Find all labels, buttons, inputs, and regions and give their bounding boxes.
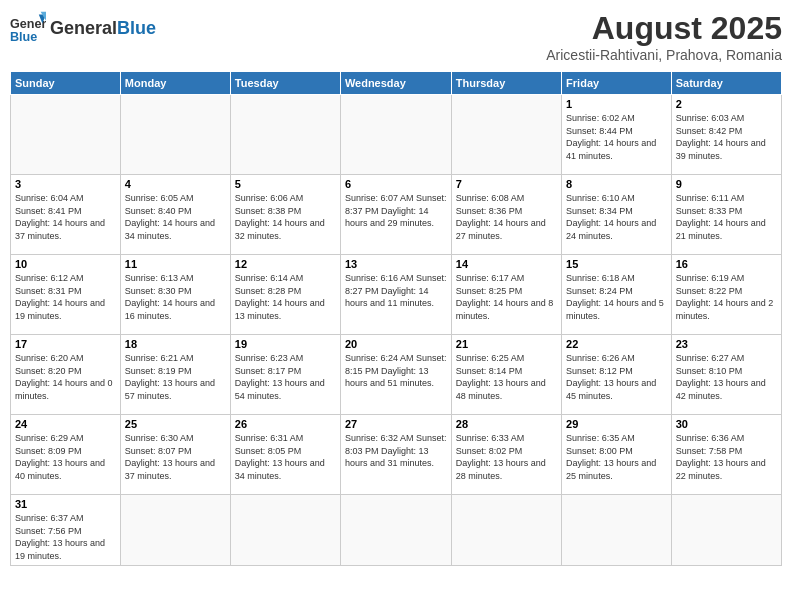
day-number: 12 (235, 258, 336, 270)
calendar-day-cell: 11Sunrise: 6:13 AM Sunset: 8:30 PM Dayli… (120, 255, 230, 335)
calendar-day-cell: 30Sunrise: 6:36 AM Sunset: 7:58 PM Dayli… (671, 415, 781, 495)
day-info: Sunrise: 6:12 AM Sunset: 8:31 PM Dayligh… (15, 272, 116, 322)
calendar-day-cell: 25Sunrise: 6:30 AM Sunset: 8:07 PM Dayli… (120, 415, 230, 495)
day-number: 28 (456, 418, 557, 430)
day-info: Sunrise: 6:14 AM Sunset: 8:28 PM Dayligh… (235, 272, 336, 322)
day-number: 15 (566, 258, 667, 270)
calendar-week-row: 10Sunrise: 6:12 AM Sunset: 8:31 PM Dayli… (11, 255, 782, 335)
day-info: Sunrise: 6:13 AM Sunset: 8:30 PM Dayligh… (125, 272, 226, 322)
calendar-day-cell: 26Sunrise: 6:31 AM Sunset: 8:05 PM Dayli… (230, 415, 340, 495)
day-info: Sunrise: 6:36 AM Sunset: 7:58 PM Dayligh… (676, 432, 777, 482)
day-number: 26 (235, 418, 336, 430)
calendar-day-cell: 15Sunrise: 6:18 AM Sunset: 8:24 PM Dayli… (562, 255, 672, 335)
day-number: 14 (456, 258, 557, 270)
logo: General Blue General Blue (10, 10, 156, 46)
day-number: 29 (566, 418, 667, 430)
day-of-week-header: Tuesday (230, 72, 340, 95)
day-of-week-header: Sunday (11, 72, 121, 95)
calendar-day-cell (451, 95, 561, 175)
day-number: 5 (235, 178, 336, 190)
calendar-day-cell: 29Sunrise: 6:35 AM Sunset: 8:00 PM Dayli… (562, 415, 672, 495)
calendar-week-row: 31Sunrise: 6:37 AM Sunset: 7:56 PM Dayli… (11, 495, 782, 566)
calendar-day-cell: 6Sunrise: 6:07 AM Sunset: 8:37 PM Daylig… (340, 175, 451, 255)
calendar-day-cell: 24Sunrise: 6:29 AM Sunset: 8:09 PM Dayli… (11, 415, 121, 495)
calendar-header-row: SundayMondayTuesdayWednesdayThursdayFrid… (11, 72, 782, 95)
calendar-day-cell (340, 95, 451, 175)
calendar-week-row: 1Sunrise: 6:02 AM Sunset: 8:44 PM Daylig… (11, 95, 782, 175)
calendar-day-cell: 31Sunrise: 6:37 AM Sunset: 7:56 PM Dayli… (11, 495, 121, 566)
calendar-week-row: 17Sunrise: 6:20 AM Sunset: 8:20 PM Dayli… (11, 335, 782, 415)
calendar-day-cell (230, 95, 340, 175)
day-number: 31 (15, 498, 116, 510)
day-info: Sunrise: 6:20 AM Sunset: 8:20 PM Dayligh… (15, 352, 116, 402)
calendar-table: SundayMondayTuesdayWednesdayThursdayFrid… (10, 71, 782, 566)
day-info: Sunrise: 6:06 AM Sunset: 8:38 PM Dayligh… (235, 192, 336, 242)
calendar-day-cell: 8Sunrise: 6:10 AM Sunset: 8:34 PM Daylig… (562, 175, 672, 255)
calendar-day-cell (11, 95, 121, 175)
svg-text:Blue: Blue (10, 30, 37, 44)
calendar-day-cell: 19Sunrise: 6:23 AM Sunset: 8:17 PM Dayli… (230, 335, 340, 415)
calendar-day-cell: 7Sunrise: 6:08 AM Sunset: 8:36 PM Daylig… (451, 175, 561, 255)
day-number: 13 (345, 258, 447, 270)
day-number: 23 (676, 338, 777, 350)
day-info: Sunrise: 6:07 AM Sunset: 8:37 PM Dayligh… (345, 192, 447, 230)
calendar-day-cell: 13Sunrise: 6:16 AM Sunset: 8:27 PM Dayli… (340, 255, 451, 335)
day-number: 27 (345, 418, 447, 430)
day-number: 17 (15, 338, 116, 350)
day-number: 19 (235, 338, 336, 350)
calendar-day-cell: 14Sunrise: 6:17 AM Sunset: 8:25 PM Dayli… (451, 255, 561, 335)
location-title: Aricestii-Rahtivani, Prahova, Romania (546, 47, 782, 63)
logo-icon: General Blue (10, 10, 46, 46)
title-area: August 2025 Aricestii-Rahtivani, Prahova… (546, 10, 782, 63)
day-number: 8 (566, 178, 667, 190)
day-info: Sunrise: 6:37 AM Sunset: 7:56 PM Dayligh… (15, 512, 116, 562)
calendar-day-cell (120, 495, 230, 566)
day-info: Sunrise: 6:11 AM Sunset: 8:33 PM Dayligh… (676, 192, 777, 242)
day-info: Sunrise: 6:31 AM Sunset: 8:05 PM Dayligh… (235, 432, 336, 482)
day-number: 24 (15, 418, 116, 430)
day-number: 21 (456, 338, 557, 350)
day-number: 22 (566, 338, 667, 350)
calendar-day-cell: 27Sunrise: 6:32 AM Sunset: 8:03 PM Dayli… (340, 415, 451, 495)
day-number: 3 (15, 178, 116, 190)
day-number: 1 (566, 98, 667, 110)
logo-blue-text: Blue (117, 18, 156, 39)
calendar-day-cell (451, 495, 561, 566)
day-info: Sunrise: 6:02 AM Sunset: 8:44 PM Dayligh… (566, 112, 667, 162)
day-info: Sunrise: 6:24 AM Sunset: 8:15 PM Dayligh… (345, 352, 447, 390)
day-info: Sunrise: 6:23 AM Sunset: 8:17 PM Dayligh… (235, 352, 336, 402)
day-info: Sunrise: 6:35 AM Sunset: 8:00 PM Dayligh… (566, 432, 667, 482)
calendar-day-cell: 9Sunrise: 6:11 AM Sunset: 8:33 PM Daylig… (671, 175, 781, 255)
day-info: Sunrise: 6:27 AM Sunset: 8:10 PM Dayligh… (676, 352, 777, 402)
calendar-day-cell: 28Sunrise: 6:33 AM Sunset: 8:02 PM Dayli… (451, 415, 561, 495)
month-title: August 2025 (546, 10, 782, 47)
calendar-day-cell: 22Sunrise: 6:26 AM Sunset: 8:12 PM Dayli… (562, 335, 672, 415)
day-info: Sunrise: 6:16 AM Sunset: 8:27 PM Dayligh… (345, 272, 447, 310)
calendar-day-cell: 4Sunrise: 6:05 AM Sunset: 8:40 PM Daylig… (120, 175, 230, 255)
calendar-day-cell: 21Sunrise: 6:25 AM Sunset: 8:14 PM Dayli… (451, 335, 561, 415)
day-number: 11 (125, 258, 226, 270)
calendar-week-row: 3Sunrise: 6:04 AM Sunset: 8:41 PM Daylig… (11, 175, 782, 255)
day-number: 10 (15, 258, 116, 270)
day-info: Sunrise: 6:26 AM Sunset: 8:12 PM Dayligh… (566, 352, 667, 402)
day-of-week-header: Wednesday (340, 72, 451, 95)
day-number: 6 (345, 178, 447, 190)
calendar-day-cell: 18Sunrise: 6:21 AM Sunset: 8:19 PM Dayli… (120, 335, 230, 415)
calendar-day-cell: 1Sunrise: 6:02 AM Sunset: 8:44 PM Daylig… (562, 95, 672, 175)
day-info: Sunrise: 6:29 AM Sunset: 8:09 PM Dayligh… (15, 432, 116, 482)
calendar-day-cell (230, 495, 340, 566)
day-number: 16 (676, 258, 777, 270)
day-number: 30 (676, 418, 777, 430)
calendar-day-cell: 12Sunrise: 6:14 AM Sunset: 8:28 PM Dayli… (230, 255, 340, 335)
day-of-week-header: Thursday (451, 72, 561, 95)
calendar-day-cell: 2Sunrise: 6:03 AM Sunset: 8:42 PM Daylig… (671, 95, 781, 175)
calendar-day-cell (340, 495, 451, 566)
day-info: Sunrise: 6:17 AM Sunset: 8:25 PM Dayligh… (456, 272, 557, 322)
day-info: Sunrise: 6:03 AM Sunset: 8:42 PM Dayligh… (676, 112, 777, 162)
day-info: Sunrise: 6:21 AM Sunset: 8:19 PM Dayligh… (125, 352, 226, 402)
calendar-week-row: 24Sunrise: 6:29 AM Sunset: 8:09 PM Dayli… (11, 415, 782, 495)
day-of-week-header: Friday (562, 72, 672, 95)
day-number: 20 (345, 338, 447, 350)
day-number: 2 (676, 98, 777, 110)
day-info: Sunrise: 6:18 AM Sunset: 8:24 PM Dayligh… (566, 272, 667, 322)
